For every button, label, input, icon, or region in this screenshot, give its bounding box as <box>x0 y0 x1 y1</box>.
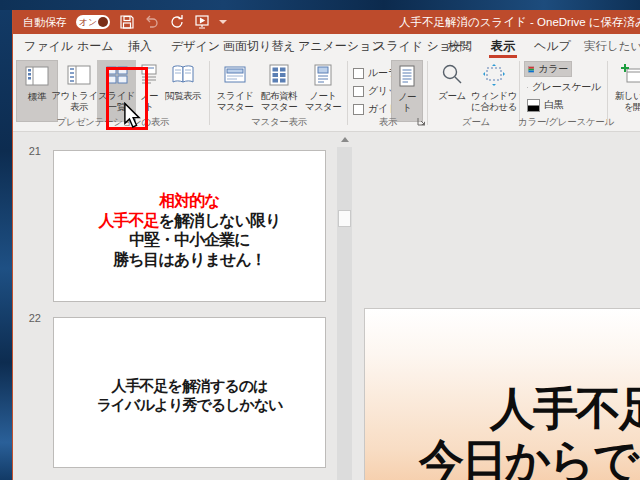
color-mode-icon <box>528 63 534 76</box>
black-white-label: 白黒 <box>544 98 563 112</box>
group-label-master-views: マスター表示 <box>251 116 307 129</box>
save-icon[interactable] <box>119 14 135 30</box>
new-window-label: 新しいウ <box>615 90 640 101</box>
tell-me-box[interactable]: 実行したい作業を <box>579 34 640 58</box>
zoom-icon <box>440 60 464 90</box>
zoom-label: ズーム <box>438 90 465 101</box>
tab-animations[interactable]: アニメーション <box>298 34 384 58</box>
main-slide-title-line2: 今日からでき <box>419 431 640 480</box>
gridlines-checkbox[interactable] <box>353 86 364 97</box>
quick-access-toolbar: 自動保存 オン <box>23 10 227 34</box>
grayscale-label: グレースケール <box>532 80 601 94</box>
main-slide-canvas[interactable]: 人手不足 今日からでき のポ <box>364 308 640 480</box>
redo-icon[interactable] <box>169 14 185 30</box>
notes-master-icon <box>311 60 335 90</box>
fit-to-window-button[interactable]: ウィンドウ に合わせる <box>470 60 518 122</box>
tab-transitions[interactable]: 画面切り替え <box>223 34 296 58</box>
slide-22-thumbnail[interactable]: 人手不足を解消するのは ライバルより秀でるしかない <box>53 317 326 468</box>
desktop-wallpaper-top <box>0 0 640 10</box>
grayscale-icon <box>527 81 528 94</box>
color-mode-label: カラー <box>538 62 568 76</box>
tab-home[interactable]: ホーム <box>77 34 114 58</box>
new-window-button[interactable]: 新しいウ を開 <box>611 60 640 122</box>
slide-22-number: 22 <box>21 312 41 324</box>
ruler-checkbox[interactable] <box>353 68 364 79</box>
slide-master-icon <box>222 60 248 90</box>
notes-pane-label: ノー <box>398 91 416 102</box>
tab-review[interactable]: 校閲 <box>448 34 472 58</box>
normal-view-icon <box>24 61 50 91</box>
show-dialog-launcher-icon[interactable] <box>417 117 426 126</box>
notes-master-button[interactable]: ノート マスター <box>302 60 344 122</box>
qat-customize-icon[interactable] <box>219 20 227 24</box>
notes-master-label: ノート <box>309 90 336 101</box>
workspace: 21 相対的な 人手不足を解消しない限り 中堅・中小企業に 勝ち目はありません！… <box>13 132 640 480</box>
notes-pane-icon <box>396 61 418 91</box>
group-separator <box>607 61 608 125</box>
autosave-toggle-state: オン <box>78 15 98 29</box>
notes-pane-button[interactable]: ノー ト <box>391 60 423 122</box>
scroll-up-icon <box>341 137 349 142</box>
slide-master-label: スライド <box>217 90 254 101</box>
outline-view-icon <box>66 60 92 90</box>
document-title: 人手不足解消のスライド - OneDrive に保存済み <box>399 10 640 34</box>
slide-21-thumbnail[interactable]: 相対的な 人手不足を解消しない限り 中堅・中小企業に 勝ち目はありません！ <box>53 150 326 302</box>
autosave-toggle[interactable]: オン <box>76 15 110 29</box>
tab-help[interactable]: ヘルプ <box>534 34 571 58</box>
slide-21-text-line2: 人手不足を解消しない限り <box>54 211 325 231</box>
slide-21-text-line4: 勝ち目はありません！ <box>54 250 325 270</box>
reading-view-button[interactable]: 閲覧表示 <box>161 60 205 122</box>
ribbon-tab-row: ファイル ホーム 挿入 デザイン 画面切り替え アニメーション スライド ショー… <box>13 34 640 58</box>
scrollbar-thumb[interactable] <box>338 210 351 227</box>
outline-view-button[interactable]: アウトライン 表示 <box>59 60 99 122</box>
group-separator <box>347 61 348 125</box>
reading-view-icon <box>170 60 196 90</box>
handout-master-icon <box>266 60 292 90</box>
slide-21-number: 21 <box>21 145 41 157</box>
mouse-cursor-icon <box>123 102 141 129</box>
slide-21-text-line3: 中堅・中小企業に <box>54 230 325 250</box>
handout-master-label: 配布資料 <box>261 90 297 101</box>
autosave-label: 自動保存 <box>23 15 67 30</box>
scrollbar-up-button[interactable] <box>337 132 352 147</box>
powerpoint-window: 自動保存 オン 人手不足解消のスライド - OneDrive に保存済み ファイ… <box>12 10 640 480</box>
color-mode-button[interactable]: カラー <box>524 61 572 77</box>
start-slideshow-icon[interactable] <box>194 14 210 30</box>
group-label-show: 表示 <box>379 116 397 129</box>
zoom-button[interactable]: ズーム <box>434 60 470 122</box>
screenshot-root: { "colors": { "titlebar": "#bd4b2c", "an… <box>0 0 640 480</box>
slide-master-button[interactable]: スライド マスター <box>214 60 256 122</box>
thumbnail-scrollbar[interactable] <box>337 132 352 480</box>
group-label-zoom: ズーム <box>462 116 490 129</box>
group-label-color-grayscale: カラー/グレースケール <box>518 116 614 129</box>
grayscale-button[interactable]: グレースケール <box>524 79 604 95</box>
normal-view-label: 標準 <box>28 91 46 102</box>
tab-design[interactable]: デザイン <box>171 34 220 58</box>
slide-22-text-line1: 人手不足を解消するのは <box>54 376 325 395</box>
handout-master-button[interactable]: 配布資料 マスター <box>256 60 302 122</box>
tab-insert[interactable]: 挿入 <box>128 34 152 58</box>
desktop-wallpaper-left <box>0 10 12 480</box>
slide-21-text-line1: 相対的な <box>54 191 325 211</box>
tell-me-label: 実行したい作業を <box>584 39 640 54</box>
undo-icon <box>144 14 160 30</box>
new-window-icon <box>620 60 640 90</box>
autosave-toggle-knob <box>98 17 108 27</box>
main-slide-title-line1: 人手不足 <box>490 379 640 439</box>
guides-checkbox[interactable] <box>353 104 364 115</box>
group-separator <box>209 61 210 125</box>
slide-22-text-line2: ライバルより秀でるしかない <box>54 395 325 414</box>
fit-to-window-icon <box>481 60 507 90</box>
fit-to-window-label: ウィンドウ <box>471 90 517 101</box>
black-white-icon <box>527 99 540 112</box>
black-white-button[interactable]: 白黒 <box>524 97 572 113</box>
group-separator <box>427 61 428 125</box>
title-bar: 自動保存 オン 人手不足解消のスライド - OneDrive に保存済み <box>13 10 640 34</box>
tab-file[interactable]: ファイル <box>24 34 73 58</box>
reading-view-label: 閲覧表示 <box>165 90 201 101</box>
